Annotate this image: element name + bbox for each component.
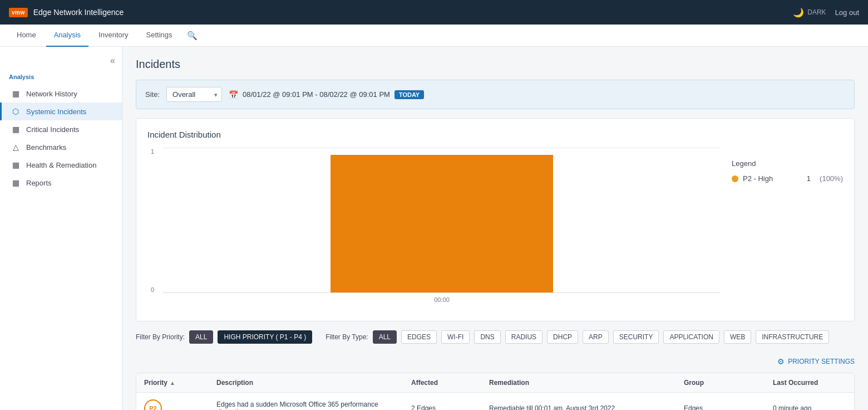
y-label-0: 0 — [151, 286, 154, 293]
calendar-icon: 📅 — [229, 90, 238, 99]
type-filter-label: Filter By Type: — [326, 333, 368, 341]
sidebar-item-systemic-incidents[interactable]: ⬡ Systemic Incidents — [0, 102, 122, 120]
main-layout: « Analysis ▦ Network History ⬡ Systemic … — [0, 47, 868, 410]
chart-canvas: 1 0 00:00 — [147, 148, 721, 310]
type-application-button[interactable]: APPLICATION — [663, 330, 719, 344]
cell-group: Edges — [676, 393, 765, 410]
sidebar-item-label: Systemic Incidents — [26, 108, 86, 116]
topbar-left: vmw Edge Network Intelligence — [9, 8, 124, 17]
type-dhcp-button[interactable]: DHCP — [547, 330, 578, 344]
sidebar-item-label: Network History — [26, 90, 77, 98]
type-edges-button[interactable]: EDGES — [401, 330, 437, 344]
site-select[interactable]: Overall — [166, 87, 222, 102]
main-content: Incidents Site: Overall 📅 08/01/22 @ 09:… — [122, 47, 868, 410]
type-radius-button[interactable]: RADIUS — [505, 330, 542, 344]
priority-settings-link[interactable]: ⚙ PRIORITY SETTINGS — [777, 357, 855, 366]
sidebar-item-label: Health & Remediation — [26, 161, 96, 169]
col-last-occurred: Last Occurred — [765, 373, 854, 392]
nav-analysis[interactable]: Analysis — [46, 25, 88, 47]
topbar-right: 🌙 DARK Log out — [793, 7, 859, 18]
sidebar-item-reports[interactable]: ▦ Reports — [0, 174, 122, 192]
chart-inner: 00:00 — [163, 148, 721, 293]
chart-area: 1 0 00:00 — [147, 148, 843, 310]
sidebar-item-label: Reports — [26, 179, 52, 187]
filters-row: Filter By Priority: ALL HIGH PRIORITY ( … — [136, 330, 855, 366]
col-group: Group — [676, 373, 765, 392]
incidents-table: Priority ▲ Description Affected Remediat… — [136, 373, 855, 410]
legend-title: Legend — [732, 159, 843, 168]
site-label: Site: — [145, 90, 160, 99]
x-label: 00:00 — [434, 296, 450, 303]
filter-bar: Site: Overall 📅 08/01/22 @ 09:01 PM - 08… — [136, 80, 855, 109]
priority-settings-label: PRIORITY SETTINGS — [788, 358, 855, 365]
search-icon[interactable]: 🔍 — [187, 31, 198, 41]
dark-label: DARK — [807, 8, 826, 16]
page-title: Incidents — [136, 58, 855, 71]
chart-bar-p2-high — [331, 155, 554, 292]
type-arp-button[interactable]: ARP — [583, 330, 609, 344]
chart-legend: Legend P2 - High 1 (100%) — [732, 148, 843, 310]
priority-high-button[interactable]: HIGH PRIORITY ( P1 - P4 ) — [218, 330, 312, 344]
dark-mode-toggle[interactable]: 🌙 DARK — [793, 7, 826, 18]
today-badge: TODAY — [394, 90, 424, 99]
topbar: vmw Edge Network Intelligence 🌙 DARK Log… — [0, 0, 868, 25]
sort-icon-priority: ▲ — [170, 380, 175, 386]
table-header: Priority ▲ Description Affected Remediat… — [136, 373, 854, 393]
priority-badge-p2: P2 — [144, 399, 162, 410]
nav-inventory[interactable]: Inventory — [91, 25, 136, 47]
systemic-incidents-icon: ⬡ — [11, 107, 21, 116]
critical-incidents-icon: ▦ — [11, 125, 21, 134]
sidebar-item-critical-incidents[interactable]: ▦ Critical Incidents — [0, 120, 122, 138]
col-description: Description — [209, 373, 403, 392]
reports-icon: ▦ — [11, 178, 21, 187]
type-filter-group: Filter By Type: ALL EDGES WI-FI DNS RADI… — [326, 330, 829, 344]
cell-last-occurred: 0 minute ago — [765, 393, 854, 410]
cell-description: Edges had a sudden Microsoft Office 365 … — [209, 393, 403, 410]
site-select-wrap: Overall — [166, 87, 222, 102]
date-range-text: 08/01/22 @ 09:01 PM - 08/02/22 @ 09:01 P… — [243, 90, 390, 99]
subnav: Home Analysis Inventory Settings 🔍 — [0, 25, 868, 47]
type-wifi-button[interactable]: WI-FI — [441, 330, 470, 344]
priority-filter-group: Filter By Priority: ALL HIGH PRIORITY ( … — [136, 330, 312, 344]
nav-home[interactable]: Home — [9, 25, 44, 47]
grid-line-top — [163, 148, 721, 148]
sidebar-item-label: Benchmarks — [26, 143, 66, 152]
sidebar-item-network-history[interactable]: ▦ Network History — [0, 85, 122, 102]
type-infrastructure-button[interactable]: INFRASTRUCTURE — [756, 330, 829, 344]
sidebar-item-label: Critical Incidents — [26, 125, 79, 134]
benchmarks-icon: △ — [11, 143, 21, 152]
logout-button[interactable]: Log out — [835, 8, 859, 17]
col-remediation: Remediation — [481, 373, 676, 392]
chart-title: Incident Distribution — [147, 130, 843, 139]
cell-priority: P2 — [136, 393, 209, 410]
cell-remediation: Remediable till 00:01 am, August 3rd 202… — [481, 393, 676, 410]
type-web-button[interactable]: WEB — [724, 330, 751, 344]
y-label-1: 1 — [151, 148, 154, 155]
sidebar-item-benchmarks[interactable]: △ Benchmarks — [0, 138, 122, 156]
col-affected: Affected — [403, 373, 481, 392]
sidebar: « Analysis ▦ Network History ⬡ Systemic … — [0, 47, 122, 410]
vmw-logo: vmw — [9, 8, 28, 17]
sidebar-collapse-button[interactable]: « — [110, 56, 115, 66]
app-title: Edge Network Intelligence — [33, 8, 124, 17]
type-dns-button[interactable]: DNS — [474, 330, 500, 344]
legend-pct-p2: (100%) — [815, 174, 843, 183]
legend-label-p2: P2 - High — [743, 174, 795, 183]
type-security-button[interactable]: SECURITY — [613, 330, 659, 344]
nav-settings[interactable]: Settings — [139, 25, 180, 47]
table-row[interactable]: P2 Edges had a sudden Microsoft Office 3… — [136, 393, 854, 410]
moon-icon: 🌙 — [793, 7, 804, 18]
gear-icon: ⚙ — [777, 357, 785, 366]
health-remediation-icon: ▦ — [11, 160, 21, 169]
chart-baseline — [163, 292, 721, 293]
col-priority[interactable]: Priority ▲ — [136, 373, 209, 392]
network-history-icon: ▦ — [11, 89, 21, 98]
chart-section: Incident Distribution 1 0 — [136, 118, 855, 321]
legend-dot-p2 — [732, 175, 738, 182]
sidebar-item-health-remediation[interactable]: ▦ Health & Remediation — [0, 156, 122, 174]
priority-filter-label: Filter By Priority: — [136, 333, 185, 341]
type-all-button[interactable]: ALL — [373, 330, 397, 344]
legend-item-p2-high: P2 - High 1 (100%) — [732, 174, 843, 183]
sidebar-section-label: Analysis — [0, 70, 122, 85]
priority-all-button[interactable]: ALL — [189, 330, 213, 344]
